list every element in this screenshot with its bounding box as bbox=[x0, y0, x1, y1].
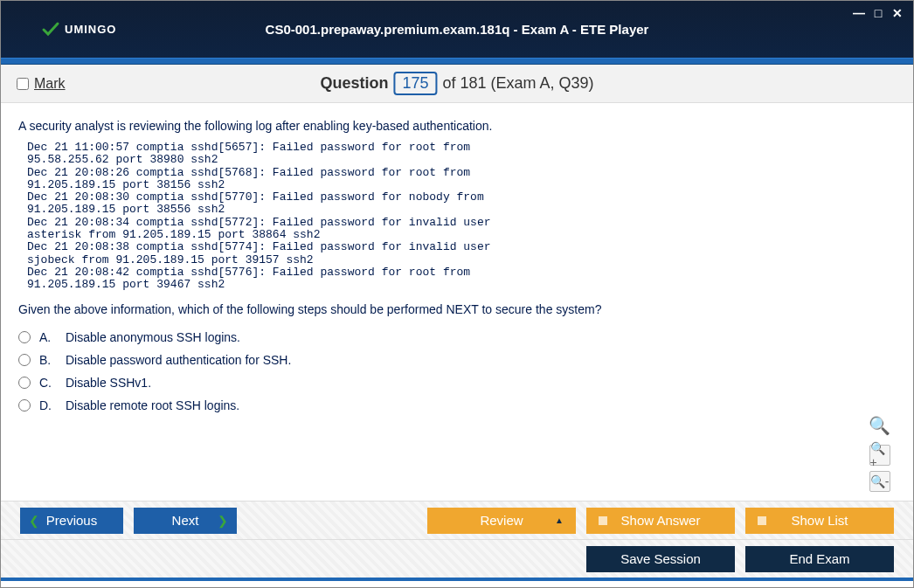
mark-label: Mark bbox=[34, 76, 66, 92]
arrow-left-icon: ❮ bbox=[29, 514, 39, 528]
square-icon bbox=[758, 516, 766, 525]
zoom-in-button[interactable]: 🔍+ bbox=[869, 445, 890, 466]
window-controls: — □ ✕ bbox=[852, 6, 904, 20]
save-session-label: Save Session bbox=[620, 551, 701, 566]
option-d-radio[interactable] bbox=[18, 399, 31, 412]
option-d[interactable]: D. Disable remote root SSH logins. bbox=[18, 398, 896, 412]
question-counter: Question 175 of 181 (Exam A, Q39) bbox=[320, 72, 593, 95]
show-list-label: Show List bbox=[791, 513, 848, 528]
option-c[interactable]: C. Disable SSHv1. bbox=[18, 376, 896, 390]
review-label: Review bbox=[480, 513, 523, 528]
option-a-radio[interactable] bbox=[18, 331, 31, 343]
end-exam-button[interactable]: End Exam bbox=[745, 546, 894, 572]
question-intro: A security analyst is reviewing the foll… bbox=[18, 119, 896, 133]
previous-button[interactable]: ❮ Previous bbox=[20, 508, 123, 534]
option-text: Disable anonymous SSH logins. bbox=[66, 330, 240, 344]
review-button[interactable]: Review ▲ bbox=[427, 508, 576, 534]
show-answer-label: Show Answer bbox=[621, 513, 701, 528]
option-letter: B. bbox=[39, 353, 57, 367]
option-b[interactable]: B. Disable password authentication for S… bbox=[18, 353, 896, 367]
footer-nav: ❮ Previous Next ❯ Review ▲ Show Answer S… bbox=[1, 501, 913, 539]
option-c-radio[interactable] bbox=[18, 377, 31, 389]
next-label: Next bbox=[172, 513, 199, 528]
mark-checkbox[interactable] bbox=[17, 78, 29, 90]
end-exam-label: End Exam bbox=[789, 551, 849, 566]
arrow-right-icon: ❯ bbox=[218, 514, 228, 528]
close-button[interactable]: ✕ bbox=[890, 6, 904, 20]
option-letter: D. bbox=[39, 398, 57, 412]
question-word: Question bbox=[320, 74, 388, 93]
triangle-up-icon: ▲ bbox=[555, 515, 564, 525]
option-text: Disable SSHv1. bbox=[66, 376, 151, 390]
option-b-radio[interactable] bbox=[18, 354, 31, 366]
zoom-out-button[interactable]: 🔍- bbox=[869, 471, 890, 492]
footer-session: Save Session End Exam bbox=[1, 539, 913, 578]
previous-label: Previous bbox=[46, 513, 97, 528]
question-number: 175 bbox=[393, 72, 437, 95]
show-answer-button[interactable]: Show Answer bbox=[586, 508, 735, 534]
answer-options: A. Disable anonymous SSH logins. B. Disa… bbox=[18, 330, 896, 412]
question-header: Mark Question 175 of 181 (Exam A, Q39) bbox=[1, 65, 913, 103]
log-block: Dec 21 11:00:57 comptia sshd[5657]: Fail… bbox=[27, 142, 896, 292]
question-total: of 181 (Exam A, Q39) bbox=[442, 74, 593, 93]
option-a[interactable]: A. Disable anonymous SSH logins. bbox=[18, 330, 896, 344]
option-text: Disable remote root SSH logins. bbox=[66, 398, 239, 412]
maximize-button[interactable]: □ bbox=[871, 6, 885, 20]
square-icon bbox=[599, 516, 607, 525]
app-logo: UMINGO bbox=[40, 19, 116, 40]
question-prompt: Given the above information, which of th… bbox=[18, 302, 896, 316]
checkmark-icon bbox=[40, 19, 61, 40]
zoom-controls: 🔍 🔍+ 🔍- bbox=[869, 415, 890, 492]
question-content: A security analyst is reviewing the foll… bbox=[1, 103, 913, 501]
next-button[interactable]: Next ❯ bbox=[134, 508, 237, 534]
title-bar: UMINGO CS0-001.prepaway.premium.exam.181… bbox=[1, 1, 913, 58]
minimize-button[interactable]: — bbox=[852, 6, 866, 20]
show-list-button[interactable]: Show List bbox=[745, 508, 894, 534]
option-text: Disable password authentication for SSH. bbox=[66, 353, 291, 367]
search-icon[interactable]: 🔍 bbox=[869, 415, 890, 436]
window-title: CS0-001.prepaway.premium.exam.181q - Exa… bbox=[266, 22, 649, 37]
bottom-accent bbox=[1, 578, 913, 581]
accent-strip bbox=[1, 58, 913, 65]
mark-checkbox-wrap[interactable]: Mark bbox=[17, 76, 66, 92]
logo-text: UMINGO bbox=[65, 23, 116, 36]
option-letter: C. bbox=[39, 376, 57, 390]
option-letter: A. bbox=[39, 330, 57, 344]
save-session-button[interactable]: Save Session bbox=[586, 546, 735, 572]
